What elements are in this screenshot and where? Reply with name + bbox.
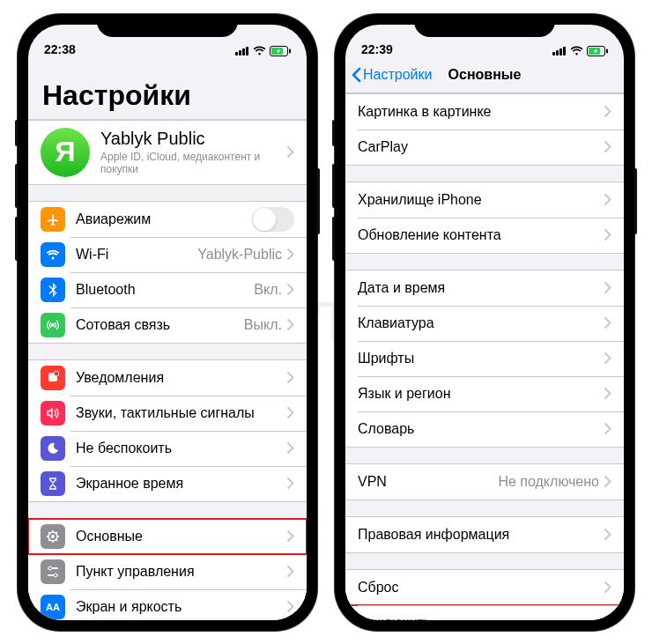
reset-row[interactable]: Сброс xyxy=(345,570,624,605)
control-center-icon xyxy=(41,559,65,584)
storage-row[interactable]: Хранилище iPhone xyxy=(345,182,624,218)
control-center-row[interactable]: Пункт управления xyxy=(28,554,307,589)
svg-point-7 xyxy=(51,323,55,327)
apple-id-row[interactable]: Я Yablyk Public Apple ID, iCloud, медиак… xyxy=(28,121,307,184)
cellular-row[interactable]: Сотовая связь Выкл. xyxy=(28,307,307,343)
chevron-left-icon xyxy=(351,67,361,83)
notch xyxy=(97,14,238,37)
airplane-toggle[interactable] xyxy=(252,207,294,232)
svg-point-11 xyxy=(51,535,55,538)
pip-row[interactable]: Картинка в картинке xyxy=(345,94,624,130)
svg-rect-3 xyxy=(246,47,248,56)
signal-icon xyxy=(552,46,567,56)
phone-left: 22:38 Настройки Я Yablyk Public Apple ID… xyxy=(18,14,317,631)
wifi-row[interactable]: Wi-Fi Yablyk-Public xyxy=(28,237,307,272)
svg-point-15 xyxy=(54,574,57,577)
svg-point-9 xyxy=(54,371,59,376)
display-row[interactable]: AA Экран и яркость xyxy=(28,589,307,620)
svg-rect-6 xyxy=(289,48,291,53)
svg-point-13 xyxy=(48,566,52,570)
display-icon: AA xyxy=(41,595,65,619)
profile-name: Yablyk Public xyxy=(100,129,287,149)
general-label: Основные xyxy=(76,529,287,544)
chevron-right-icon xyxy=(604,141,611,152)
svg-rect-0 xyxy=(235,52,238,56)
shutdown-row[interactable]: Выключить xyxy=(345,605,624,620)
hourglass-icon xyxy=(41,471,65,496)
chevron-right-icon xyxy=(604,352,611,364)
chevron-right-icon xyxy=(604,476,611,487)
wifi-value: Yablyk-Public xyxy=(197,247,282,263)
back-label: Настройки xyxy=(363,67,432,83)
legal-row[interactable]: Правовая информация xyxy=(345,517,624,552)
chevron-right-icon xyxy=(604,581,611,593)
general-row[interactable]: Основные xyxy=(28,519,307,554)
dnd-row[interactable]: Не беспокоить xyxy=(28,431,307,466)
storage-label: Хранилище iPhone xyxy=(358,192,604,208)
sounds-label: Звуки, тактильные сигналы xyxy=(76,405,287,421)
chevron-right-icon xyxy=(604,229,611,241)
svg-rect-1 xyxy=(239,50,241,56)
settings-title: Настройки xyxy=(28,58,307,120)
wifi-icon xyxy=(41,242,65,267)
chevron-right-icon xyxy=(604,388,611,399)
airplane-label: Авиарежим xyxy=(76,211,252,227)
wifi-icon xyxy=(570,46,583,56)
wifi-icon xyxy=(253,46,266,56)
dnd-label: Не беспокоить xyxy=(76,440,287,456)
notifications-icon xyxy=(41,366,65,390)
chevron-right-icon xyxy=(287,372,294,383)
vpn-label: VPN xyxy=(358,474,498,490)
status-time: 22:39 xyxy=(361,42,414,56)
moon-icon xyxy=(41,436,65,461)
langregion-row[interactable]: Язык и регион xyxy=(345,376,624,411)
bluetooth-label: Bluetooth xyxy=(76,282,254,298)
chevron-right-icon xyxy=(604,529,611,540)
bluetooth-row[interactable]: Bluetooth Вкл. xyxy=(28,272,307,307)
chevron-right-icon xyxy=(604,106,611,117)
nav-title: Основные xyxy=(448,67,522,83)
notifications-row[interactable]: Уведомления xyxy=(28,360,307,396)
chevron-right-icon xyxy=(287,248,294,260)
vpn-value: Не подключено xyxy=(498,474,599,490)
svg-rect-25 xyxy=(563,47,566,56)
chevron-right-icon xyxy=(604,282,611,293)
chevron-right-icon xyxy=(287,566,294,577)
langregion-label: Язык и регион xyxy=(358,386,604,402)
keyboard-label: Клавиатура xyxy=(358,315,604,331)
keyboard-row[interactable]: Клавиатура xyxy=(345,306,624,341)
chevron-right-icon xyxy=(287,146,294,158)
status-time: 22:38 xyxy=(44,42,97,56)
shutdown-label: Выключить xyxy=(358,615,611,620)
reset-label: Сброс xyxy=(358,580,604,596)
svg-rect-2 xyxy=(242,48,245,56)
carplay-row[interactable]: CarPlay xyxy=(345,130,624,165)
screentime-row[interactable]: Экранное время xyxy=(28,466,307,501)
bgrefresh-row[interactable]: Обновление контента xyxy=(345,218,624,253)
avatar: Я xyxy=(41,128,90,177)
svg-rect-5 xyxy=(271,48,283,55)
back-button[interactable]: Настройки xyxy=(351,67,432,83)
nav-header: Настройки Основные xyxy=(345,58,624,93)
vpn-row[interactable]: VPN Не подключено xyxy=(345,464,624,500)
airplane-mode-row[interactable]: Авиарежим xyxy=(28,202,307,237)
chevron-right-icon xyxy=(604,194,611,205)
notifications-label: Уведомления xyxy=(76,370,287,386)
chevron-right-icon xyxy=(287,319,294,330)
bluetooth-icon xyxy=(41,278,65,302)
svg-rect-24 xyxy=(559,48,562,56)
bluetooth-value: Вкл. xyxy=(254,282,282,298)
dictionary-row[interactable]: Словарь xyxy=(345,411,624,447)
datetime-label: Дата и время xyxy=(358,280,604,296)
wifi-label: Wi-Fi xyxy=(76,247,197,263)
fonts-row[interactable]: Шрифты xyxy=(345,341,624,376)
chevron-right-icon xyxy=(287,442,294,454)
svg-rect-28 xyxy=(606,48,608,53)
battery-icon xyxy=(587,46,608,56)
chevron-right-icon xyxy=(287,407,294,418)
sounds-row[interactable]: Звуки, тактильные сигналы xyxy=(28,396,307,431)
datetime-row[interactable]: Дата и время xyxy=(345,270,624,306)
cellular-value: Выкл. xyxy=(244,317,282,333)
airplane-icon xyxy=(41,207,65,232)
fonts-label: Шрифты xyxy=(358,351,604,366)
